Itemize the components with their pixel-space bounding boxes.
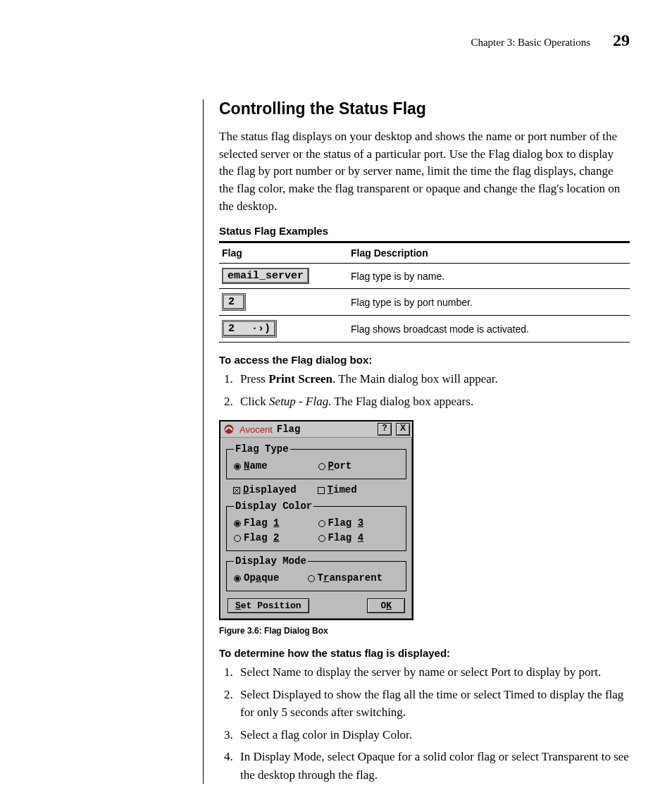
help-button[interactable]: ?	[378, 423, 392, 436]
radio-port[interactable]: Port	[318, 460, 396, 472]
figure-caption: Figure 3.6: Flag Dialog Box	[219, 626, 630, 636]
dialog-title: Flag	[277, 424, 301, 435]
determine-steps: Select Name to display the server by nam…	[219, 663, 630, 784]
radio-name[interactable]: Name	[234, 460, 311, 472]
flag-desc: Flag type is by name.	[348, 264, 630, 289]
display-mode-legend: Display Mode	[234, 555, 308, 567]
page-header: Chapter 3: Basic Operations 29	[42, 31, 630, 50]
flag-desc: Flag type is by port number.	[348, 289, 630, 316]
radio-flag1[interactable]: Flag 1	[234, 517, 311, 529]
list-item: Select Displayed to show the flag all th…	[236, 686, 630, 722]
brand-label: Avocent	[239, 424, 273, 435]
table-row: 2·›) Flag shows broadcast mode is activa…	[219, 316, 630, 343]
intro-paragraph: The status flag displays on your desktop…	[219, 128, 630, 215]
table-row: 2 Flag type is by port number.	[219, 289, 630, 316]
set-position-button[interactable]: Set Position	[228, 598, 309, 613]
title-bar: Avocent Flag ? X	[220, 421, 412, 438]
flag-example-port: 2	[222, 293, 246, 311]
display-mode-group: Display Mode Opaque Transparent	[226, 555, 406, 591]
flag-example-broadcast: 2·›)	[222, 320, 277, 338]
radio-flag3[interactable]: Flag 3	[318, 517, 396, 529]
list-item: Select a flag color in Display Color.	[236, 726, 630, 744]
col-flag: Flag	[219, 242, 348, 264]
display-color-group: Display Color Flag 1 Flag 3 Flag 2 Flag …	[226, 500, 406, 551]
radio-transparent[interactable]: Transparent	[308, 572, 385, 584]
status-flag-table: Flag Flag Description email_server Flag …	[219, 241, 630, 343]
radio-flag4[interactable]: Flag 4	[318, 532, 396, 543]
radio-flag2[interactable]: Flag 2	[234, 532, 311, 543]
flag-example-name: email_server	[222, 268, 309, 284]
close-button[interactable]: X	[396, 423, 410, 436]
access-heading: To access the Flag dialog box:	[219, 354, 630, 366]
col-desc: Flag Description	[348, 242, 630, 264]
examples-heading: Status Flag Examples	[219, 225, 630, 237]
determine-heading: To determine how the status flag is disp…	[219, 647, 630, 659]
flag-type-legend: Flag Type	[234, 443, 290, 455]
radio-opaque[interactable]: Opaque	[234, 572, 301, 584]
list-item: Select Name to display the server by nam…	[236, 663, 630, 682]
table-row: email_server Flag type is by name.	[219, 264, 630, 289]
list-item: In Display Mode, select Opaque for a sol…	[236, 748, 630, 784]
flag-type-group: Flag Type Name Port	[226, 443, 406, 479]
flag-dialog: Avocent Flag ? X Flag Type Name Port Dis…	[219, 420, 413, 620]
access-steps: Press Print Screen. The Main dialog box …	[219, 370, 630, 410]
chapter-label: Chapter 3: Basic Operations	[471, 37, 590, 48]
broadcast-icon: ·›)	[251, 323, 270, 335]
page-number: 29	[613, 31, 630, 49]
checkbox-timed[interactable]: Timed	[318, 484, 395, 495]
section-heading: Controlling the Status Flag	[219, 99, 630, 118]
avocent-logo-icon	[223, 424, 235, 435]
list-item: Click Setup - Flag. The Flag dialog box …	[236, 393, 630, 411]
list-item: Press Print Screen. The Main dialog box …	[236, 370, 630, 388]
flag-desc: Flag shows broadcast mode is activated.	[348, 316, 630, 343]
display-color-legend: Display Color	[234, 500, 313, 512]
checkbox-displayed[interactable]: Displayed	[233, 484, 311, 495]
ok-button[interactable]: OK	[367, 598, 405, 613]
